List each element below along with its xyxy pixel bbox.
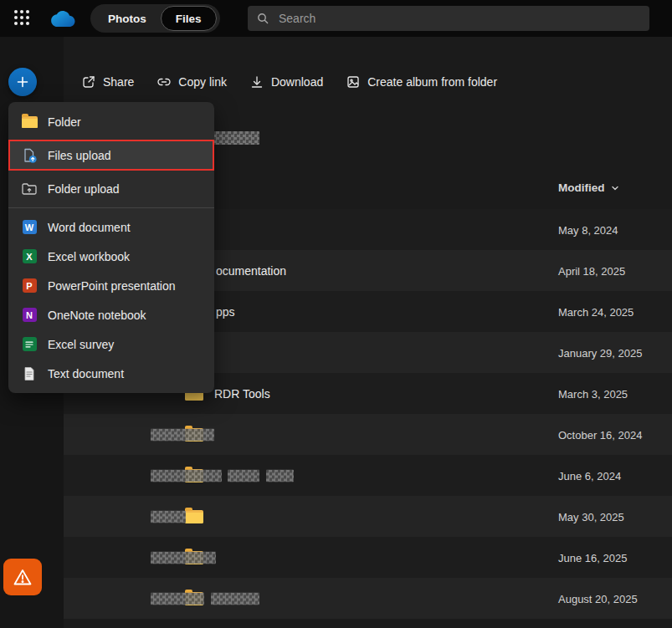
link-icon: [156, 74, 172, 89]
excel-icon: X: [21, 248, 38, 265]
table-row[interactable]: May 30, 2025: [64, 496, 672, 537]
tab-files-label: Files: [176, 13, 202, 25]
folder-upload-icon: [21, 181, 38, 197]
view-toggle: Photos Files: [90, 4, 220, 33]
share-icon: [81, 74, 96, 89]
table-row[interactable]: August 20, 2025: [64, 578, 672, 619]
onedrive-window: Photos Files: [0, 0, 672, 628]
redacted-name: [151, 592, 204, 605]
menu-divider: [8, 207, 214, 208]
create-album-button[interactable]: Create album from folder: [346, 74, 497, 89]
modified-date: May 8, 2024: [558, 223, 618, 236]
menu-item-label: PowerPoint presentation: [48, 279, 176, 293]
menu-item-label: Folder upload: [48, 182, 120, 196]
search-input[interactable]: [277, 11, 641, 26]
redacted-name: [211, 592, 259, 605]
onenote-icon: N: [21, 307, 38, 324]
tab-photos[interactable]: Photos: [94, 7, 161, 30]
modified-date: June 16, 2025: [558, 551, 627, 564]
menu-item-onenote-notebook[interactable]: N OneNote notebook: [8, 300, 214, 329]
menu-item-folder-upload[interactable]: Folder upload: [8, 174, 214, 203]
chevron-down-icon: [610, 183, 620, 193]
warning-triangle-icon: [13, 568, 33, 586]
search-icon: [256, 12, 269, 25]
modified-header-label: Modified: [558, 181, 605, 194]
table-row[interactable]: October 16, 2024: [64, 414, 672, 455]
menu-item-label: Files upload: [48, 149, 111, 162]
new-button[interactable]: [8, 68, 37, 96]
modified-date: April 18, 2025: [558, 264, 625, 277]
album-icon: [346, 74, 361, 89]
modified-date: June 6, 2024: [558, 469, 621, 482]
menu-item-label: Word document: [48, 221, 131, 234]
menu-item-label: Text document: [48, 367, 124, 380]
file-name: RDR Tools: [214, 387, 270, 401]
redacted-page-title: [208, 131, 259, 145]
table-row[interactable]: June 6, 2024: [64, 455, 672, 496]
menu-item-label: Excel workbook: [48, 250, 130, 263]
menu-item-label: Folder: [48, 115, 81, 129]
menu-item-label: Excel survey: [48, 338, 114, 351]
create-album-label: Create album from folder: [367, 75, 497, 89]
redacted-name: [151, 551, 216, 564]
download-label: Download: [271, 75, 323, 89]
menu-item-label: OneNote notebook: [48, 309, 146, 322]
modified-date: May 30, 2025: [558, 510, 624, 523]
modified-date: January 29, 2025: [558, 346, 642, 359]
modified-column-header[interactable]: Modified: [558, 181, 620, 194]
copy-link-button[interactable]: Copy link: [156, 74, 227, 89]
file-name: ocumentation: [216, 264, 286, 278]
text-document-icon: [21, 365, 38, 382]
new-dropdown-menu: Folder Files upload Folder upload: [8, 102, 214, 393]
redacted-name: [228, 469, 259, 482]
menu-item-files-upload[interactable]: Files upload: [8, 140, 214, 171]
table-row[interactable]: June 16, 2025: [64, 537, 672, 578]
menu-item-text-document[interactable]: Text document: [8, 359, 214, 388]
folder-icon: [185, 510, 203, 523]
plus-icon: [15, 74, 30, 89]
share-button[interactable]: Share: [81, 74, 134, 89]
tab-photos-label: Photos: [108, 13, 146, 25]
powerpoint-icon: P: [21, 278, 38, 294]
top-bar: Photos Files: [0, 0, 672, 37]
copy-link-label: Copy link: [178, 75, 227, 89]
redacted-name: [266, 469, 294, 482]
file-name: pps: [216, 305, 235, 319]
download-icon: [249, 74, 264, 89]
redacted-name: [151, 510, 186, 523]
redacted-name: [151, 428, 214, 441]
onedrive-logo-icon[interactable]: [49, 7, 84, 30]
file-upload-icon: [21, 147, 38, 164]
share-label: Share: [103, 75, 134, 89]
app-launcher-icon[interactable]: [14, 10, 31, 27]
word-icon: W: [21, 219, 38, 236]
menu-item-excel-survey[interactable]: Excel survey: [8, 329, 214, 359]
modified-date: March 3, 2025: [558, 387, 628, 400]
tab-files[interactable]: Files: [161, 6, 217, 31]
excel-survey-icon: [21, 336, 38, 353]
menu-item-folder[interactable]: Folder: [8, 107, 214, 136]
folder-icon: [21, 114, 38, 130]
menu-item-excel-workbook[interactable]: X Excel workbook: [8, 242, 214, 271]
download-button[interactable]: Download: [249, 74, 323, 89]
modified-date: March 24, 2025: [558, 305, 634, 318]
modified-date: October 16, 2024: [558, 428, 642, 441]
command-toolbar: Share Copy link Download: [81, 70, 497, 94]
redacted-name: [151, 469, 222, 482]
feedback-warning-button[interactable]: [3, 559, 42, 595]
search-box: [248, 6, 649, 31]
modified-date: August 20, 2025: [558, 592, 638, 605]
menu-item-word-document[interactable]: W Word document: [8, 212, 214, 242]
menu-item-powerpoint-presentation[interactable]: P PowerPoint presentation: [8, 271, 214, 300]
